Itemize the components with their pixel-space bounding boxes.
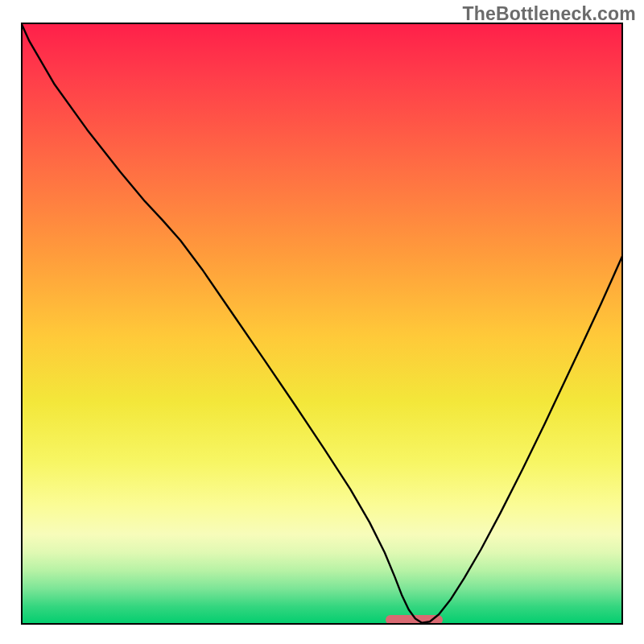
plot-area (21, 23, 623, 625)
heat-gradient-background (21, 23, 623, 625)
chart-canvas: TheBottleneck.com (0, 0, 644, 644)
watermark-text: TheBottleneck.com (462, 3, 636, 25)
optimal-range-marker (386, 615, 443, 625)
